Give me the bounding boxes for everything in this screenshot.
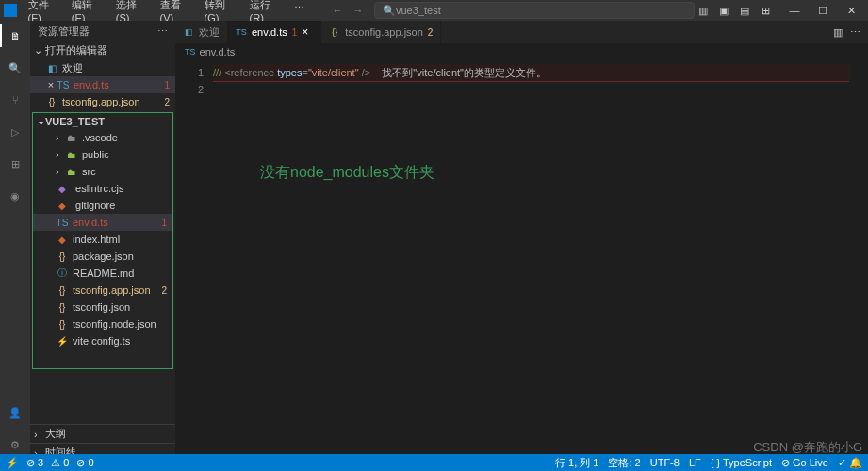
search-icon[interactable]: 🔍 bbox=[6, 58, 25, 77]
project-section: ⌄ VUE3_TEST ›🖿.vscode ›🖿public ›🖿src ◆.e… bbox=[32, 112, 173, 369]
sidebar-title: 资源管理器 bbox=[38, 24, 90, 39]
json-file-icon: {} bbox=[45, 95, 58, 108]
split-editor-icon[interactable]: ▥ bbox=[833, 26, 843, 39]
language-mode[interactable]: { } TypeScript bbox=[711, 457, 772, 468]
notifications-icon[interactable]: ✓ 🔔 bbox=[838, 457, 862, 469]
file-item[interactable]: ⚡vite.config.ts bbox=[33, 333, 172, 349]
remote-indicator[interactable]: ⚡ bbox=[6, 457, 19, 469]
close-tab-icon[interactable]: × bbox=[302, 25, 313, 39]
customize-layout-icon[interactable]: ⊞ bbox=[757, 5, 774, 17]
tab-env[interactable]: TS env.d.ts 1 × bbox=[228, 21, 321, 43]
file-label: env.d.ts bbox=[74, 79, 109, 90]
close-window-icon[interactable]: ✕ bbox=[838, 5, 864, 17]
file-item[interactable]: ◆index.html bbox=[33, 231, 172, 248]
json-file-icon: {} bbox=[56, 250, 69, 263]
search-text: vue3_test bbox=[396, 5, 441, 16]
menu-view[interactable]: 查看(V) bbox=[155, 0, 199, 24]
file-label: .eslintrc.cjs bbox=[73, 183, 123, 194]
menu-more[interactable]: … bbox=[288, 0, 310, 24]
warnings-indicator[interactable]: ⚠ 0 bbox=[51, 457, 69, 469]
activity-bar: 🗎 🔍 ⑂ ▷ ⊞ ◉ 👤 ⚙ bbox=[0, 21, 30, 462]
html-file-icon: ◆ bbox=[56, 233, 69, 246]
project-header[interactable]: ⌄ VUE3_TEST bbox=[33, 113, 172, 129]
open-editor-item[interactable]: × TS env.d.ts 1 bbox=[30, 76, 175, 93]
file-item[interactable]: {}tsconfig.node.json bbox=[33, 316, 172, 333]
menu-goto[interactable]: 转到(G) bbox=[199, 0, 244, 24]
outline-section[interactable]: ›大纲 bbox=[30, 424, 175, 443]
file-label: tsconfig.node.json bbox=[73, 318, 156, 330]
edge-icon[interactable]: ◉ bbox=[6, 187, 25, 205]
toggle-panel-icon[interactable]: ▣ bbox=[715, 5, 732, 17]
port-indicator[interactable]: ⊘ 0 bbox=[76, 457, 93, 469]
toggle-primary-sidebar-icon[interactable]: ▥ bbox=[695, 5, 712, 17]
maximize-icon[interactable]: ☐ bbox=[810, 5, 836, 17]
editor-area: ◧ 欢迎 TS env.d.ts 1 × {} tsconfig.app.jso… bbox=[175, 21, 868, 462]
sidebar: 资源管理器 ⋯ ⌄ 打开的编辑器 ◧ 欢迎 × TS env.d.ts 1 {}… bbox=[30, 21, 175, 462]
minimize-icon[interactable]: — bbox=[781, 5, 808, 17]
file-label: public bbox=[82, 149, 109, 160]
folder-item[interactable]: ›🖿src bbox=[33, 163, 172, 180]
file-item[interactable]: {}tsconfig.json bbox=[33, 299, 172, 316]
file-item[interactable]: TSenv.d.ts1 bbox=[33, 214, 172, 231]
close-icon[interactable]: × bbox=[45, 79, 57, 90]
go-live[interactable]: ⊘ Go Live bbox=[781, 457, 828, 469]
source-control-icon[interactable]: ⑂ bbox=[6, 90, 25, 109]
menu-select[interactable]: 选择(S) bbox=[110, 0, 155, 24]
settings-icon[interactable]: ⚙ bbox=[6, 435, 25, 454]
file-item[interactable]: {}tsconfig.app.json2 bbox=[33, 282, 172, 299]
indentation[interactable]: 空格: 2 bbox=[608, 456, 640, 470]
debug-icon[interactable]: ▷ bbox=[6, 122, 25, 141]
file-item[interactable]: ◆.gitignore bbox=[33, 197, 172, 214]
menu-edit[interactable]: 编辑(E) bbox=[66, 0, 110, 24]
file-item[interactable]: ⓘREADME.md bbox=[33, 265, 172, 282]
sidebar-more-icon[interactable]: ⋯ bbox=[157, 25, 168, 38]
tab-welcome[interactable]: ◧ 欢迎 bbox=[175, 21, 228, 43]
editor-content[interactable]: 1 2 /// <reference types="vite/client" /… bbox=[175, 60, 868, 462]
warning-badge: 2 bbox=[428, 27, 434, 38]
command-center[interactable]: 🔍 vue3_test bbox=[374, 2, 695, 19]
folder-item[interactable]: ›🖿public bbox=[33, 146, 172, 163]
eslint-file-icon: ◆ bbox=[56, 182, 69, 195]
eol[interactable]: LF bbox=[689, 457, 701, 468]
account-icon[interactable]: 👤 bbox=[6, 403, 25, 422]
ts-file-icon: TS bbox=[236, 26, 247, 38]
json-file-icon: {} bbox=[329, 26, 340, 38]
open-editor-item[interactable]: {} tsconfig.app.json 2 bbox=[30, 93, 175, 110]
vscode-file-icon: ◧ bbox=[183, 26, 194, 38]
json-file-icon: {} bbox=[56, 284, 69, 297]
file-label: 欢迎 bbox=[62, 61, 83, 75]
vite-file-icon: ⚡ bbox=[56, 334, 69, 348]
code-area[interactable]: /// <reference types="vite/client" /> 找不… bbox=[213, 60, 849, 462]
menu-file[interactable]: 文件(F) bbox=[23, 0, 66, 24]
file-label: vite.config.ts bbox=[73, 335, 130, 347]
explorer-icon[interactable]: 🗎 bbox=[6, 26, 25, 45]
file-item[interactable]: ◆.eslintrc.cjs bbox=[33, 180, 172, 197]
file-label: src bbox=[82, 166, 96, 177]
open-editors-section[interactable]: ⌄ 打开的编辑器 bbox=[30, 41, 175, 59]
minimap[interactable] bbox=[849, 60, 868, 462]
errors-indicator[interactable]: ⊘ 3 bbox=[26, 457, 43, 469]
open-editors-label: 打开的编辑器 bbox=[45, 43, 107, 57]
breadcrumb[interactable]: TS env.d.ts bbox=[175, 43, 868, 60]
layout-controls: ▥ ▣ ▤ ⊞ bbox=[695, 5, 774, 17]
toggle-secondary-sidebar-icon[interactable]: ▤ bbox=[736, 5, 753, 17]
breadcrumb-file: env.d.ts bbox=[200, 46, 236, 57]
nav-back-icon[interactable]: ← bbox=[329, 5, 346, 16]
folder-item[interactable]: ›🖿.vscode bbox=[33, 129, 172, 146]
file-item[interactable]: {}package.json bbox=[33, 248, 172, 265]
warning-badge: 2 bbox=[161, 285, 167, 296]
tab-label: tsconfig.app.json bbox=[345, 26, 423, 38]
nav-forward-icon[interactable]: → bbox=[350, 5, 367, 16]
encoding[interactable]: UTF-8 bbox=[650, 457, 680, 468]
more-actions-icon[interactable]: ⋯ bbox=[850, 26, 860, 39]
extensions-icon[interactable]: ⊞ bbox=[6, 154, 25, 173]
search-icon: 🔍 bbox=[383, 5, 396, 17]
menu-run[interactable]: 运行(R) bbox=[244, 0, 288, 24]
open-editor-item[interactable]: ◧ 欢迎 bbox=[30, 59, 175, 76]
cursor-position[interactable]: 行 1, 列 1 bbox=[555, 456, 598, 470]
chevron-down-icon: ⌄ bbox=[37, 115, 45, 127]
tab-tsconfig[interactable]: {} tsconfig.app.json 2 bbox=[321, 21, 441, 43]
chevron-right-icon: › bbox=[56, 166, 65, 177]
status-bar: ⚡ ⊘ 3 ⚠ 0 ⊘ 0 行 1, 列 1 空格: 2 UTF-8 LF { … bbox=[0, 454, 868, 471]
chevron-right-icon: › bbox=[56, 132, 65, 143]
